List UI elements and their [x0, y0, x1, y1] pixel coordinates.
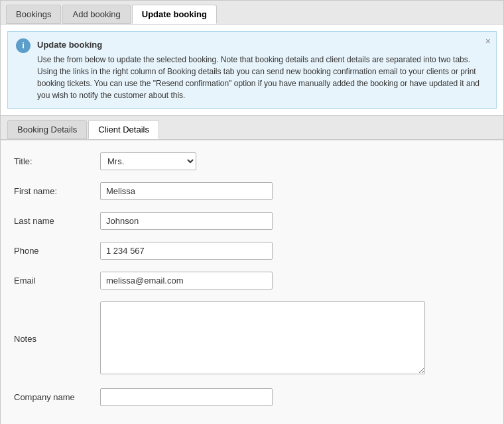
first-name-input[interactable]	[100, 182, 273, 200]
info-body: Use the from below to update the selecte…	[37, 55, 479, 100]
label-email: Email	[14, 276, 100, 286]
form-row-company-name: Company name	[14, 388, 490, 406]
form-row-last-name: Last name	[14, 212, 490, 230]
top-tabs-bar: BookingsAdd bookingUpdate booking	[0, 0, 504, 24]
main-content: i Update booking Use the from below to u…	[0, 24, 504, 424]
label-last-name: Last name	[14, 216, 100, 226]
field-last-name	[100, 212, 490, 230]
email-input[interactable]	[100, 272, 273, 290]
form-row-email: Email	[14, 272, 490, 290]
label-phone: Phone	[14, 246, 100, 256]
field-notes	[100, 301, 490, 376]
title-select[interactable]: Mr.Mrs.Ms.Dr.Prof.	[100, 152, 196, 170]
inner-tab-booking-details[interactable]: Booking Details	[7, 120, 87, 139]
field-company-name	[100, 388, 490, 406]
label-company-name: Company name	[14, 392, 100, 402]
label-title: Title:	[14, 156, 100, 166]
form-area: Title:Mr.Mrs.Ms.Dr.Prof.First name:Last …	[1, 140, 503, 425]
close-banner-button[interactable]: ×	[485, 36, 491, 46]
field-title: Mr.Mrs.Ms.Dr.Prof.	[100, 152, 490, 170]
info-banner: i Update booking Use the from below to u…	[7, 31, 497, 109]
top-tab-update-booking[interactable]: Update booking	[132, 5, 217, 24]
label-first-name: First name:	[14, 186, 100, 196]
info-text: Update booking Use the from below to upd…	[37, 38, 488, 101]
form-row-notes: Notes	[14, 301, 490, 376]
field-first-name	[100, 182, 490, 200]
label-notes: Notes	[14, 334, 100, 344]
last-name-input[interactable]	[100, 212, 273, 230]
phone-input[interactable]	[100, 242, 273, 260]
form-row-first-name: First name:	[14, 182, 490, 200]
form-row-title: Title:Mr.Mrs.Ms.Dr.Prof.	[14, 152, 490, 170]
top-tab-bookings[interactable]: Bookings	[6, 5, 61, 24]
field-phone	[100, 242, 490, 260]
top-tab-add-booking[interactable]: Add booking	[62, 5, 130, 24]
inner-tab-client-details[interactable]: Client Details	[88, 120, 159, 139]
form-row-phone: Phone	[14, 242, 490, 260]
inner-tabs-bar: Booking DetailsClient Details	[1, 115, 503, 140]
company-name-input[interactable]	[100, 388, 273, 406]
info-title: Update booking	[37, 38, 488, 52]
field-email	[100, 272, 490, 290]
info-icon: i	[16, 38, 31, 53]
notes-textarea[interactable]	[100, 301, 425, 374]
